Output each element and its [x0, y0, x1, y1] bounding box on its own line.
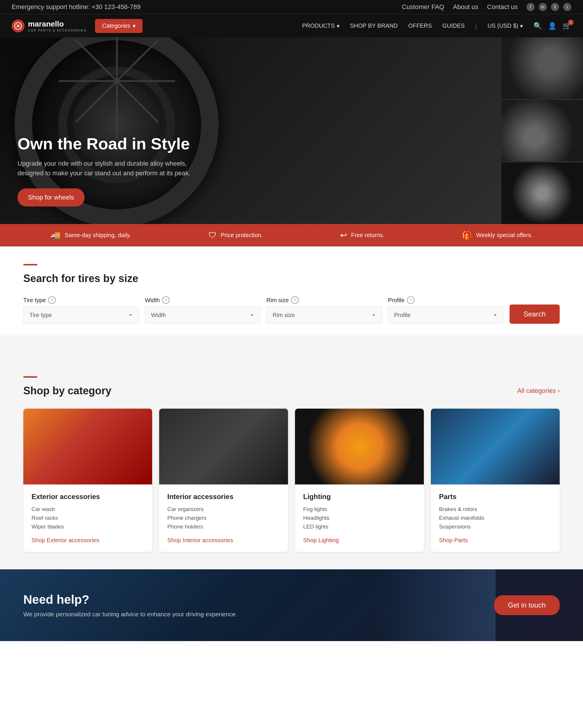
tire-search-section: Search for tires by size Tire type ? Tir…: [0, 246, 583, 335]
category-grid: Exterior accessories Car wash Roof racks…: [23, 409, 560, 552]
all-categories-chevron-icon: ›: [558, 387, 560, 395]
rim-size-help-icon[interactable]: ?: [291, 296, 299, 304]
logo-subtitle: CAR PARTS & ACCESSORIES: [28, 29, 86, 32]
tire-type-group: Tire type ? Tire type: [23, 296, 139, 324]
category-card-lighting: Lighting Fog lights Headlights LED light…: [295, 409, 424, 552]
hero-content: Own the Road in Style Upgrade your ride …: [0, 135, 204, 207]
section-gap: [0, 335, 583, 359]
category-item: Roof racks: [31, 514, 144, 522]
shop-for-wheels-button[interactable]: Shop for wheels: [18, 188, 85, 207]
category-card-interior: Interior accessories Car organizers Phon…: [159, 409, 288, 552]
category-name-exterior: Exterior accessories: [31, 493, 144, 501]
returns-text: Free returns.: [351, 232, 384, 239]
spoke-1: [116, 81, 118, 139]
profile-select[interactable]: Profile: [388, 306, 504, 324]
rim-size-group: Rim size ? Rim size: [267, 296, 382, 324]
shipping-text: Same-day shipping, daily.: [65, 232, 131, 239]
category-items-exterior: Car wash Roof racks Wiper blades: [31, 505, 144, 531]
offers-text: Weekly special offers.: [476, 232, 533, 239]
hero-thumb-3[interactable]: [501, 162, 583, 224]
hero-description: Upgrade your ride with our stylish and d…: [18, 159, 204, 178]
category-header: Shop by category All categories ›: [23, 385, 560, 397]
category-name-lighting: Lighting: [303, 493, 416, 501]
benefit-price: 🛡 Price protection.: [209, 230, 263, 240]
category-item: Headlights: [303, 514, 416, 522]
profile-group: Profile ? Profile: [388, 296, 504, 324]
linkedin-icon[interactable]: li: [551, 3, 559, 11]
contact-us-link[interactable]: Contact us: [487, 3, 518, 11]
help-content: Need help? We provide personalized car t…: [23, 593, 237, 618]
thumb-bg-3: [501, 162, 583, 224]
category-body-lighting: Lighting Fog lights Headlights LED light…: [295, 485, 424, 552]
nav-products[interactable]: PRODUCTS ▾: [302, 23, 339, 29]
logo-text-block: maranello CAR PARTS & ACCESSORIES: [28, 20, 86, 32]
category-card-parts: Parts Brakes & rotors Exhaust manifolds …: [431, 409, 560, 552]
nav-currency[interactable]: US (USD $) ▾: [488, 23, 523, 29]
category-name-interior: Interior accessories: [167, 493, 280, 501]
profile-help-icon[interactable]: ?: [407, 296, 415, 304]
nav-shop-by-brand[interactable]: SHOP BY BRAND: [350, 23, 398, 29]
nav-offers[interactable]: OFFERS: [408, 23, 432, 29]
instagram-icon[interactable]: in: [539, 3, 547, 11]
category-item: LED lights: [303, 522, 416, 531]
about-us-link[interactable]: About us: [453, 3, 478, 11]
hero-thumb-2[interactable]: [501, 100, 583, 162]
category-card-exterior: Exterior accessories Car wash Roof racks…: [23, 409, 152, 552]
currency-chevron-icon: ▾: [520, 23, 523, 29]
tire-search-button[interactable]: Search: [509, 305, 560, 324]
shop-parts-link[interactable]: Shop Parts: [439, 537, 468, 543]
category-img-parts: [431, 409, 560, 485]
tire-type-select[interactable]: Tire type: [23, 306, 139, 324]
width-help-icon[interactable]: ?: [162, 296, 170, 304]
get-in-touch-button[interactable]: Get in touch: [494, 595, 560, 615]
width-group: Width ? Width: [145, 296, 260, 324]
section-accent-tire: [23, 264, 37, 265]
category-items-interior: Car organizers Phone chargers Phone hold…: [167, 505, 280, 531]
facebook-icon[interactable]: f: [526, 3, 535, 11]
logo-icon: [12, 20, 25, 32]
categories-button[interactable]: Categories ▾: [95, 19, 142, 33]
products-chevron-icon: ▾: [337, 23, 340, 29]
search-button[interactable]: 🔍: [533, 22, 542, 30]
logo[interactable]: maranello CAR PARTS & ACCESSORIES: [12, 20, 86, 32]
category-img-interior: [159, 409, 288, 485]
twitter-icon[interactable]: t: [563, 3, 571, 11]
help-title: Need help?: [23, 593, 237, 607]
account-button[interactable]: 👤: [548, 22, 557, 30]
section-accent-category: [23, 376, 37, 378]
tire-type-help-icon[interactable]: ?: [48, 296, 56, 304]
thumb-bg-2: [501, 100, 583, 162]
benefit-returns: ↩ Free returns.: [340, 230, 384, 240]
cart-badge: 1: [568, 20, 574, 25]
shop-lighting-link[interactable]: Shop Lighting: [303, 537, 339, 543]
category-section: Shop by category All categories › Exteri…: [0, 359, 583, 569]
category-img-lighting: [295, 409, 424, 485]
shop-exterior-link[interactable]: Shop Exterior accessories: [31, 537, 99, 543]
width-select[interactable]: Width: [145, 306, 260, 324]
category-item: Wiper blades: [31, 522, 144, 531]
profile-label-row: Profile ?: [388, 296, 504, 304]
category-item: Suspensions: [439, 522, 552, 531]
width-label: Width: [145, 297, 160, 304]
returns-icon: ↩: [340, 230, 347, 240]
nav-guides[interactable]: GUIDES: [443, 23, 465, 29]
category-item: Fog lights: [303, 505, 416, 514]
hero-thumbnails: [501, 37, 583, 224]
category-item: Exhaust manifolds: [439, 514, 552, 522]
nav-icons: 🔍 👤 🛒 1: [533, 22, 571, 30]
rim-size-select[interactable]: Rim size: [267, 306, 382, 324]
category-item: Car wash: [31, 505, 144, 514]
all-categories-link[interactable]: All categories ›: [518, 387, 560, 395]
help-section: Need help? We provide personalized car t…: [0, 569, 583, 641]
category-item: Brakes & rotors: [439, 505, 552, 514]
nav-divider: |: [475, 22, 477, 30]
cart-button[interactable]: 🛒 1: [563, 22, 571, 30]
customer-faq-link[interactable]: Customer FAQ: [402, 3, 444, 11]
category-items-lighting: Fog lights Headlights LED lights: [303, 505, 416, 531]
shop-interior-link[interactable]: Shop Interior accessories: [167, 537, 233, 543]
tire-search-form: Tire type ? Tire type Width ? Width Rim …: [23, 296, 560, 324]
category-body-exterior: Exterior accessories Car wash Roof racks…: [23, 485, 152, 552]
nav-left: maranello CAR PARTS & ACCESSORIES Catego…: [12, 19, 142, 33]
hero-thumb-1[interactable]: [501, 37, 583, 99]
category-item: Car organizers: [167, 505, 280, 514]
